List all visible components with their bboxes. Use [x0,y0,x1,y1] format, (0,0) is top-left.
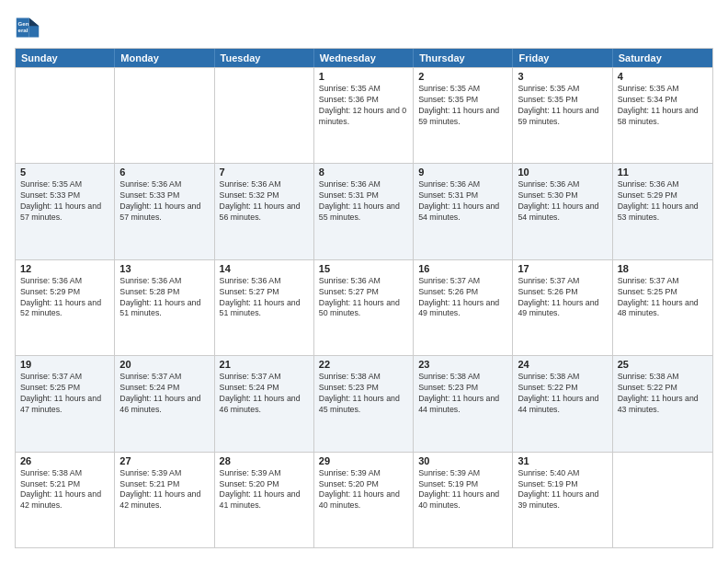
day-cell-5: 5Sunrise: 5:35 AMSunset: 5:33 PMDaylight… [16,164,115,259]
cell-day-number: 11 [618,167,708,178]
page: Gen eral SundayMondayTuesdayWednesdayThu… [0,0,728,563]
cell-info: Sunrise: 5:37 AMSunset: 5:26 PMDaylight:… [418,276,507,320]
day-cell-6: 6Sunrise: 5:36 AMSunset: 5:33 PMDaylight… [115,164,214,259]
cell-info: Sunrise: 5:40 AMSunset: 5:19 PMDaylight:… [518,468,607,512]
cell-info: Sunrise: 5:38 AMSunset: 5:22 PMDaylight:… [618,372,708,416]
day-cell-26: 26Sunrise: 5:38 AMSunset: 5:21 PMDayligh… [16,453,115,547]
day-cell-10: 10Sunrise: 5:36 AMSunset: 5:30 PMDayligh… [513,164,612,259]
day-header-saturday: Saturday [613,49,712,67]
day-cell-4: 4Sunrise: 5:35 AMSunset: 5:34 PMDaylight… [613,68,712,163]
cell-day-number: 27 [119,455,209,466]
cell-info: Sunrise: 5:35 AMSunset: 5:36 PMDaylight:… [319,84,408,128]
day-cell-8: 8Sunrise: 5:36 AMSunset: 5:31 PMDaylight… [314,164,414,259]
day-cell-27: 27Sunrise: 5:39 AMSunset: 5:21 PMDayligh… [115,453,214,547]
day-cell-15: 15Sunrise: 5:36 AMSunset: 5:27 PMDayligh… [314,260,414,355]
day-header-friday: Friday [513,49,612,67]
calendar-body: 1Sunrise: 5:35 AMSunset: 5:36 PMDaylight… [16,67,712,547]
day-cell-9: 9Sunrise: 5:36 AMSunset: 5:31 PMDaylight… [414,164,513,259]
cell-info: Sunrise: 5:35 AMSunset: 5:35 PMDaylight:… [518,84,607,128]
cell-info: Sunrise: 5:35 AMSunset: 5:34 PMDaylight:… [618,84,708,128]
cell-info: Sunrise: 5:37 AMSunset: 5:25 PMDaylight:… [20,372,109,416]
cell-info: Sunrise: 5:38 AMSunset: 5:21 PMDaylight:… [20,468,109,512]
day-cell-23: 23Sunrise: 5:38 AMSunset: 5:23 PMDayligh… [414,356,513,451]
cell-day-number: 31 [518,455,607,466]
cell-day-number: 14 [220,263,309,274]
day-header-tuesday: Tuesday [215,49,314,67]
day-cell-11: 11Sunrise: 5:36 AMSunset: 5:29 PMDayligh… [613,164,712,259]
cell-day-number: 12 [20,263,109,274]
cell-info: Sunrise: 5:37 AMSunset: 5:26 PMDaylight:… [518,276,607,320]
cell-info: Sunrise: 5:36 AMSunset: 5:33 PMDaylight:… [119,179,209,224]
day-cell-2: 2Sunrise: 5:35 AMSunset: 5:35 PMDaylight… [414,68,513,163]
day-cell-19: 19Sunrise: 5:37 AMSunset: 5:25 PMDayligh… [16,356,115,451]
day-cell-22: 22Sunrise: 5:38 AMSunset: 5:23 PMDayligh… [314,356,414,451]
week-row-4: 19Sunrise: 5:37 AMSunset: 5:25 PMDayligh… [16,355,712,451]
day-cell-31: 31Sunrise: 5:40 AMSunset: 5:19 PMDayligh… [513,453,612,547]
week-row-5: 26Sunrise: 5:38 AMSunset: 5:21 PMDayligh… [16,452,712,547]
cell-info: Sunrise: 5:37 AMSunset: 5:24 PMDaylight:… [220,372,309,416]
cell-info: Sunrise: 5:37 AMSunset: 5:25 PMDaylight:… [618,276,708,320]
cell-day-number: 25 [618,359,708,370]
cell-day-number: 29 [319,455,408,466]
cell-info: Sunrise: 5:36 AMSunset: 5:27 PMDaylight:… [220,276,309,320]
day-cell-12: 12Sunrise: 5:36 AMSunset: 5:29 PMDayligh… [16,260,115,355]
day-cell-3: 3Sunrise: 5:35 AMSunset: 5:35 PMDaylight… [513,68,612,163]
cell-day-number: 21 [220,359,309,370]
empty-cell [613,453,712,547]
cell-day-number: 1 [319,71,408,82]
cell-day-number: 20 [119,359,209,370]
day-header-wednesday: Wednesday [314,49,414,67]
cell-info: Sunrise: 5:36 AMSunset: 5:27 PMDaylight:… [319,276,408,320]
cell-info: Sunrise: 5:35 AMSunset: 5:35 PMDaylight:… [418,84,507,128]
logo-icon: Gen eral [15,15,40,40]
empty-cell [215,68,314,163]
day-cell-30: 30Sunrise: 5:39 AMSunset: 5:19 PMDayligh… [414,453,513,547]
day-cell-28: 28Sunrise: 5:39 AMSunset: 5:20 PMDayligh… [215,453,314,547]
cell-info: Sunrise: 5:36 AMSunset: 5:30 PMDaylight:… [518,179,607,224]
cell-info: Sunrise: 5:39 AMSunset: 5:20 PMDaylight:… [220,468,309,512]
cell-day-number: 10 [518,167,607,178]
logo: Gen eral [15,15,44,40]
header: Gen eral [15,15,713,40]
cell-info: Sunrise: 5:36 AMSunset: 5:31 PMDaylight:… [418,179,507,224]
cell-day-number: 3 [518,71,607,82]
cell-day-number: 19 [20,359,109,370]
week-row-3: 12Sunrise: 5:36 AMSunset: 5:29 PMDayligh… [16,259,712,355]
cell-day-number: 13 [119,263,209,274]
cell-info: Sunrise: 5:38 AMSunset: 5:22 PMDaylight:… [518,372,607,416]
cell-info: Sunrise: 5:35 AMSunset: 5:33 PMDaylight:… [20,179,109,224]
cell-info: Sunrise: 5:36 AMSunset: 5:28 PMDaylight:… [119,276,209,320]
day-cell-7: 7Sunrise: 5:36 AMSunset: 5:32 PMDaylight… [215,164,314,259]
cell-info: Sunrise: 5:36 AMSunset: 5:31 PMDaylight:… [319,179,408,224]
svg-text:Gen: Gen [18,20,29,27]
day-cell-21: 21Sunrise: 5:37 AMSunset: 5:24 PMDayligh… [215,356,314,451]
day-header-thursday: Thursday [414,49,513,67]
cell-day-number: 2 [418,71,507,82]
cell-day-number: 22 [319,359,408,370]
day-cell-18: 18Sunrise: 5:37 AMSunset: 5:25 PMDayligh… [613,260,712,355]
day-cell-29: 29Sunrise: 5:39 AMSunset: 5:20 PMDayligh… [314,453,414,547]
cell-info: Sunrise: 5:38 AMSunset: 5:23 PMDaylight:… [319,372,408,416]
day-cell-14: 14Sunrise: 5:36 AMSunset: 5:27 PMDayligh… [215,260,314,355]
calendar: SundayMondayTuesdayWednesdayThursdayFrid… [15,48,713,548]
day-cell-24: 24Sunrise: 5:38 AMSunset: 5:22 PMDayligh… [513,356,612,451]
cell-day-number: 9 [418,167,507,178]
cell-info: Sunrise: 5:36 AMSunset: 5:29 PMDaylight:… [20,276,109,320]
cell-info: Sunrise: 5:39 AMSunset: 5:19 PMDaylight:… [418,468,507,512]
day-cell-13: 13Sunrise: 5:36 AMSunset: 5:28 PMDayligh… [115,260,214,355]
day-header-sunday: Sunday [16,49,115,67]
day-cell-25: 25Sunrise: 5:38 AMSunset: 5:22 PMDayligh… [613,356,712,451]
day-cell-16: 16Sunrise: 5:37 AMSunset: 5:26 PMDayligh… [414,260,513,355]
cell-day-number: 26 [20,455,109,466]
cell-day-number: 4 [618,71,708,82]
day-cell-1: 1Sunrise: 5:35 AMSunset: 5:36 PMDaylight… [314,68,414,163]
day-cell-17: 17Sunrise: 5:37 AMSunset: 5:26 PMDayligh… [513,260,612,355]
cell-day-number: 28 [220,455,309,466]
empty-cell [115,68,214,163]
day-headers: SundayMondayTuesdayWednesdayThursdayFrid… [16,49,712,67]
week-row-1: 1Sunrise: 5:35 AMSunset: 5:36 PMDaylight… [16,67,712,163]
svg-text:eral: eral [18,27,28,33]
cell-info: Sunrise: 5:39 AMSunset: 5:20 PMDaylight:… [319,468,408,512]
day-cell-20: 20Sunrise: 5:37 AMSunset: 5:24 PMDayligh… [115,356,214,451]
cell-info: Sunrise: 5:39 AMSunset: 5:21 PMDaylight:… [119,468,209,512]
